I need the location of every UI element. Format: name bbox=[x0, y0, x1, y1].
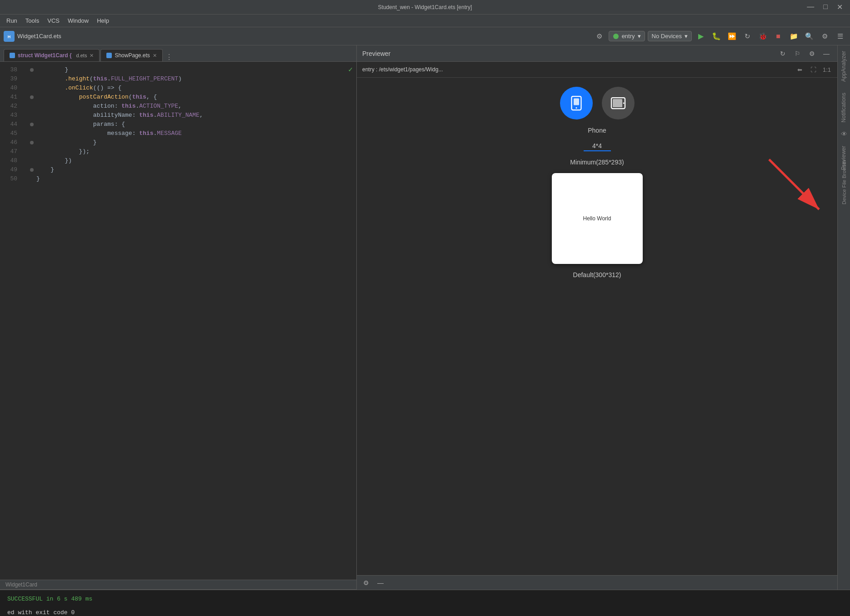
entry-chevron: ▾ bbox=[638, 33, 641, 40]
svg-point-2 bbox=[613, 34, 619, 39]
minimum-size-label: Minimum(285*293) bbox=[570, 159, 624, 166]
output-content[interactable]: SUCCESSFUL in 6 s 489 ms ed with exit co… bbox=[0, 590, 850, 616]
code-line-48: }) bbox=[25, 156, 356, 165]
close-button[interactable]: ✕ bbox=[834, 3, 845, 11]
no-devices-chevron: ▾ bbox=[685, 33, 688, 40]
previewer-content: Phone Minimum(285*293) Hello World Defau… bbox=[357, 78, 837, 575]
code-line-43: abilityName: this.ABILITY_NAME, bbox=[25, 111, 356, 120]
tab2-close[interactable]: ✕ bbox=[153, 53, 157, 59]
title-bar: Student_wen - Widget1Card.ets [entry] — … bbox=[0, 0, 850, 15]
toolbar-filename: Widget1Card.ets bbox=[17, 33, 61, 40]
red-arrow-indicator bbox=[751, 150, 833, 232]
tab-widget1card-file: d.ets bbox=[76, 53, 87, 58]
folder-button[interactable]: 📁 bbox=[787, 30, 800, 43]
entry-label: entry bbox=[622, 33, 635, 40]
gear-button[interactable]: ⚙ bbox=[818, 30, 831, 43]
output-line-1: SUCCESSFUL in 6 s 489 ms bbox=[7, 596, 843, 602]
search-button[interactable]: 🔍 bbox=[803, 30, 815, 43]
path-zoom-btn[interactable]: 1:1 bbox=[822, 65, 832, 75]
reload-button[interactable]: ↻ bbox=[741, 30, 754, 43]
menu-help[interactable]: Help bbox=[93, 16, 113, 25]
tab-showpage[interactable]: ShowPage.ets ✕ bbox=[100, 49, 162, 61]
svg-rect-12 bbox=[613, 99, 622, 107]
breadcrumb-bar: Widget1Card bbox=[0, 580, 356, 590]
svg-rect-9 bbox=[574, 99, 579, 105]
settings-icon[interactable]: ⚙ bbox=[593, 30, 606, 43]
previewer-settings-btn[interactable]: ⚙ bbox=[806, 48, 817, 59]
right-sidebar: AppAnalyzer Notifications 👁 Previewer De… bbox=[837, 45, 850, 590]
menu-tools[interactable]: Tools bbox=[22, 16, 43, 25]
debug-button[interactable]: 🐛 bbox=[710, 30, 723, 43]
preview-card-minimum: Hello World bbox=[552, 173, 643, 264]
no-devices-dropdown[interactable]: No Devices ▾ bbox=[648, 31, 692, 41]
previewer-section: Previewer ↻ ⚐ ⚙ — entry : /ets/widget1/p… bbox=[357, 45, 837, 590]
menu-bar: Run Tools VCS Window Help bbox=[0, 15, 850, 27]
line-numbers: 38 39 40 41 42 43 44 45 46 47 48 49 50 bbox=[0, 62, 22, 580]
device-phone-label: Phone bbox=[588, 127, 606, 134]
app-logo: H bbox=[4, 31, 15, 42]
code-line-41: postCardAction(this, { bbox=[25, 93, 356, 102]
code-line-42: action: this.ACTION_TYPE, bbox=[25, 102, 356, 111]
previewer-bottom-minimize[interactable]: — bbox=[375, 577, 386, 588]
tab1-close[interactable]: ✕ bbox=[90, 53, 94, 59]
tabs-more-button[interactable]: ⋮ bbox=[165, 53, 173, 61]
tab-showpage-label: ShowPage.ets bbox=[115, 52, 150, 59]
checkmark-icon: ✓ bbox=[348, 65, 353, 75]
minimize-button[interactable]: — bbox=[804, 3, 817, 11]
code-line-50: } bbox=[25, 174, 356, 184]
tablet-device-btn[interactable] bbox=[602, 87, 635, 119]
code-content[interactable]: ✓ } .height(this.FULL_HEIGHT_PERCENT) .o… bbox=[22, 62, 356, 580]
path-back-btn[interactable]: ⬅ bbox=[795, 65, 805, 75]
previewer-title: Previewer bbox=[362, 50, 390, 57]
entry-dropdown[interactable]: entry ▾ bbox=[609, 31, 645, 41]
phone-device-btn[interactable] bbox=[560, 87, 593, 119]
size-input-field[interactable] bbox=[584, 141, 611, 151]
code-line-46: } bbox=[25, 138, 356, 147]
previewer-header: Previewer ↻ ⚐ ⚙ — bbox=[357, 45, 837, 62]
code-line-49: } bbox=[25, 165, 356, 174]
editor-tabs: struct Widget1Card { d.ets ✕ ShowPage.et… bbox=[0, 45, 356, 62]
menu-run[interactable]: Run bbox=[3, 16, 21, 25]
path-expand-btn[interactable]: ⛶ bbox=[808, 65, 818, 75]
sidebar-eye-icon[interactable]: 👁 bbox=[838, 128, 850, 140]
editor-section: struct Widget1Card { d.ets ✕ ShowPage.et… bbox=[0, 45, 357, 590]
output-line-2: ed with exit code 0 bbox=[7, 609, 843, 616]
no-devices-label: No Devices bbox=[652, 33, 682, 40]
code-line-38: } bbox=[25, 65, 356, 75]
previewer-minimize-btn[interactable]: — bbox=[821, 48, 832, 59]
previewer-path: entry : /ets/widget1/pages/Widg... ⬅ ⛶ 1… bbox=[357, 62, 837, 78]
previewer-refresh-btn[interactable]: ↻ bbox=[777, 48, 788, 59]
tab-widget1card[interactable]: struct Widget1Card { d.ets ✕ bbox=[4, 49, 100, 61]
run-button[interactable]: ▶ bbox=[695, 30, 707, 43]
code-line-47: }); bbox=[25, 147, 356, 156]
code-line-40: .onClick(() => { bbox=[25, 84, 356, 93]
menu-button[interactable]: ☰ bbox=[834, 30, 846, 43]
maximize-button[interactable]: □ bbox=[820, 3, 830, 11]
output-section: SUCCESSFUL in 6 s 489 ms ed with exit co… bbox=[0, 590, 850, 616]
svg-line-6 bbox=[769, 159, 819, 209]
code-line-44: params: { bbox=[25, 120, 356, 129]
sidebar-devicefile-icon[interactable]: Device File Browser bbox=[838, 176, 850, 189]
sidebar-tab-appanalyzer[interactable]: AppAnalyzer bbox=[838, 45, 850, 87]
menu-vcs[interactable]: VCS bbox=[44, 16, 63, 25]
attach-button[interactable]: ⏩ bbox=[725, 30, 738, 43]
profile-button[interactable]: 🐞 bbox=[756, 30, 769, 43]
tab-widget1card-label: struct Widget1Card { bbox=[18, 52, 72, 59]
svg-rect-4 bbox=[106, 53, 112, 58]
size-input-container bbox=[584, 141, 611, 151]
device-type-selector bbox=[560, 87, 635, 119]
code-line-45: message: this.MESSAGE bbox=[25, 129, 356, 138]
stop-button[interactable]: ■ bbox=[772, 30, 785, 43]
sidebar-tab-notifications[interactable]: Notifications bbox=[838, 87, 850, 128]
previewer-path-text: entry : /ets/widget1/pages/Widg... bbox=[362, 66, 791, 73]
svg-rect-3 bbox=[10, 53, 15, 58]
toolbar: H Widget1Card.ets ⚙ entry ▾ No Devices ▾… bbox=[0, 27, 850, 45]
breadcrumb-text: Widget1Card bbox=[5, 581, 37, 588]
main-area: struct Widget1Card { d.ets ✕ ShowPage.et… bbox=[0, 45, 850, 590]
title-bar-title: Student_wen - Widget1Card.ets [entry] bbox=[378, 4, 472, 10]
preview-card-minimum-text: Hello World bbox=[583, 215, 611, 222]
previewer-bottom-settings[interactable]: ⚙ bbox=[360, 577, 371, 588]
menu-window[interactable]: Window bbox=[64, 16, 92, 25]
title-bar-controls: — □ ✕ bbox=[804, 3, 845, 11]
previewer-filter-btn[interactable]: ⚐ bbox=[792, 48, 803, 59]
